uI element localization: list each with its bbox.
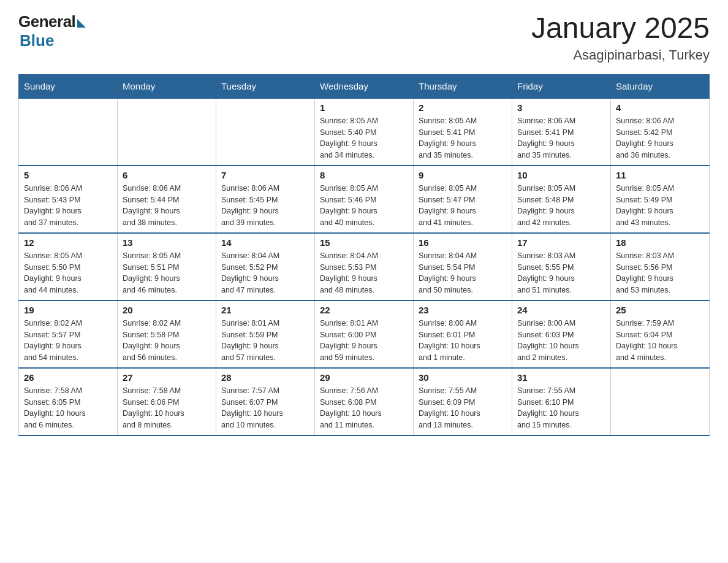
calendar-week-row: 12Sunrise: 8:05 AMSunset: 5:50 PMDayligh… xyxy=(19,233,710,301)
calendar-week-row: 1Sunrise: 8:05 AMSunset: 5:40 PMDaylight… xyxy=(19,98,710,166)
day-info: Sunrise: 8:00 AMSunset: 6:03 PMDaylight:… xyxy=(517,318,605,364)
weekday-header-sunday: Sunday xyxy=(19,74,118,98)
day-number: 12 xyxy=(24,237,112,248)
day-number: 10 xyxy=(517,170,605,180)
day-info: Sunrise: 7:55 AMSunset: 6:10 PMDaylight:… xyxy=(517,385,605,431)
calendar-cell: 27Sunrise: 7:58 AMSunset: 6:06 PMDayligh… xyxy=(118,368,216,435)
day-info: Sunrise: 8:05 AMSunset: 5:50 PMDaylight:… xyxy=(24,250,112,296)
day-info: Sunrise: 8:06 AMSunset: 5:42 PMDaylight:… xyxy=(616,115,704,161)
day-info: Sunrise: 8:06 AMSunset: 5:43 PMDaylight:… xyxy=(24,183,112,229)
day-info: Sunrise: 8:04 AMSunset: 5:53 PMDaylight:… xyxy=(320,250,408,296)
day-number: 20 xyxy=(123,305,211,315)
day-number: 18 xyxy=(616,237,704,248)
calendar-cell: 23Sunrise: 8:00 AMSunset: 6:01 PMDayligh… xyxy=(414,301,512,368)
day-number: 16 xyxy=(419,237,507,248)
day-info: Sunrise: 8:04 AMSunset: 5:52 PMDaylight:… xyxy=(221,250,309,296)
calendar-cell: 13Sunrise: 8:05 AMSunset: 5:51 PMDayligh… xyxy=(118,233,216,301)
title-area: January 2025 Asagipinarbasi, Turkey xyxy=(531,12,710,63)
day-number: 6 xyxy=(123,170,211,180)
day-info: Sunrise: 8:05 AMSunset: 5:46 PMDaylight:… xyxy=(320,183,408,229)
day-number: 31 xyxy=(517,372,605,383)
weekday-header-monday: Monday xyxy=(118,74,216,98)
calendar-cell: 21Sunrise: 8:01 AMSunset: 5:59 PMDayligh… xyxy=(216,301,315,368)
logo-general-text: General xyxy=(18,12,75,31)
day-number: 24 xyxy=(517,305,605,315)
logo-triangle-icon xyxy=(77,19,86,28)
day-info: Sunrise: 8:06 AMSunset: 5:41 PMDaylight:… xyxy=(517,115,605,161)
day-info: Sunrise: 7:59 AMSunset: 6:04 PMDaylight:… xyxy=(616,318,704,364)
day-info: Sunrise: 8:05 AMSunset: 5:48 PMDaylight:… xyxy=(517,183,605,229)
day-number: 21 xyxy=(221,305,309,315)
calendar-cell: 24Sunrise: 8:00 AMSunset: 6:03 PMDayligh… xyxy=(512,301,611,368)
calendar-cell xyxy=(19,98,118,166)
calendar-cell: 25Sunrise: 7:59 AMSunset: 6:04 PMDayligh… xyxy=(611,301,710,368)
calendar-cell: 6Sunrise: 8:06 AMSunset: 5:44 PMDaylight… xyxy=(118,166,216,233)
calendar-cell: 15Sunrise: 8:04 AMSunset: 5:53 PMDayligh… xyxy=(315,233,414,301)
month-title: January 2025 xyxy=(531,12,710,45)
calendar-cell: 4Sunrise: 8:06 AMSunset: 5:42 PMDaylight… xyxy=(611,98,710,166)
day-info: Sunrise: 8:04 AMSunset: 5:54 PMDaylight:… xyxy=(419,250,507,296)
calendar-cell: 8Sunrise: 8:05 AMSunset: 5:46 PMDaylight… xyxy=(315,166,414,233)
calendar-header-row: SundayMondayTuesdayWednesdayThursdayFrid… xyxy=(19,74,710,98)
day-info: Sunrise: 8:06 AMSunset: 5:44 PMDaylight:… xyxy=(123,183,211,229)
day-info: Sunrise: 8:02 AMSunset: 5:58 PMDaylight:… xyxy=(123,318,211,364)
calendar-cell: 31Sunrise: 7:55 AMSunset: 6:10 PMDayligh… xyxy=(512,368,611,435)
calendar-cell: 11Sunrise: 8:05 AMSunset: 5:49 PMDayligh… xyxy=(611,166,710,233)
day-number: 28 xyxy=(221,372,309,383)
calendar-cell: 3Sunrise: 8:06 AMSunset: 5:41 PMDaylight… xyxy=(512,98,611,166)
calendar-cell: 5Sunrise: 8:06 AMSunset: 5:43 PMDaylight… xyxy=(19,166,118,233)
day-number: 14 xyxy=(221,237,309,248)
day-number: 19 xyxy=(24,305,112,315)
day-info: Sunrise: 8:05 AMSunset: 5:47 PMDaylight:… xyxy=(419,183,507,229)
page-header: General Blue January 2025 Asagipinarbasi… xyxy=(18,12,710,63)
calendar-cell: 20Sunrise: 8:02 AMSunset: 5:58 PMDayligh… xyxy=(118,301,216,368)
day-number: 23 xyxy=(419,305,507,315)
calendar-cell: 26Sunrise: 7:58 AMSunset: 6:05 PMDayligh… xyxy=(19,368,118,435)
weekday-header-tuesday: Tuesday xyxy=(216,74,315,98)
calendar-cell: 14Sunrise: 8:04 AMSunset: 5:52 PMDayligh… xyxy=(216,233,315,301)
day-info: Sunrise: 8:03 AMSunset: 5:55 PMDaylight:… xyxy=(517,250,605,296)
calendar-cell: 22Sunrise: 8:01 AMSunset: 6:00 PMDayligh… xyxy=(315,301,414,368)
day-number: 29 xyxy=(320,372,408,383)
day-number: 15 xyxy=(320,237,408,248)
day-number: 8 xyxy=(320,170,408,180)
calendar-cell xyxy=(611,368,710,435)
calendar-cell: 10Sunrise: 8:05 AMSunset: 5:48 PMDayligh… xyxy=(512,166,611,233)
day-info: Sunrise: 7:58 AMSunset: 6:05 PMDaylight:… xyxy=(24,385,112,431)
day-info: Sunrise: 7:57 AMSunset: 6:07 PMDaylight:… xyxy=(221,385,309,431)
calendar-cell: 28Sunrise: 7:57 AMSunset: 6:07 PMDayligh… xyxy=(216,368,315,435)
day-info: Sunrise: 8:01 AMSunset: 6:00 PMDaylight:… xyxy=(320,318,408,364)
day-info: Sunrise: 8:00 AMSunset: 6:01 PMDaylight:… xyxy=(419,318,507,364)
day-number: 3 xyxy=(517,102,605,113)
calendar-cell: 30Sunrise: 7:55 AMSunset: 6:09 PMDayligh… xyxy=(414,368,512,435)
day-number: 5 xyxy=(24,170,112,180)
day-number: 2 xyxy=(419,102,507,113)
calendar-week-row: 26Sunrise: 7:58 AMSunset: 6:05 PMDayligh… xyxy=(19,368,710,435)
day-info: Sunrise: 7:58 AMSunset: 6:06 PMDaylight:… xyxy=(123,385,211,431)
day-info: Sunrise: 8:05 AMSunset: 5:49 PMDaylight:… xyxy=(616,183,704,229)
calendar-cell: 7Sunrise: 8:06 AMSunset: 5:45 PMDaylight… xyxy=(216,166,315,233)
day-info: Sunrise: 8:01 AMSunset: 5:59 PMDaylight:… xyxy=(221,318,309,364)
weekday-header-friday: Friday xyxy=(512,74,611,98)
calendar-cell: 12Sunrise: 8:05 AMSunset: 5:50 PMDayligh… xyxy=(19,233,118,301)
day-info: Sunrise: 7:56 AMSunset: 6:08 PMDaylight:… xyxy=(320,385,408,431)
calendar-cell: 16Sunrise: 8:04 AMSunset: 5:54 PMDayligh… xyxy=(414,233,512,301)
day-number: 30 xyxy=(419,372,507,383)
calendar-cell: 19Sunrise: 8:02 AMSunset: 5:57 PMDayligh… xyxy=(19,301,118,368)
weekday-header-wednesday: Wednesday xyxy=(315,74,414,98)
day-number: 27 xyxy=(123,372,211,383)
day-info: Sunrise: 7:55 AMSunset: 6:09 PMDaylight:… xyxy=(419,385,507,431)
day-number: 1 xyxy=(320,102,408,113)
day-info: Sunrise: 8:05 AMSunset: 5:41 PMDaylight:… xyxy=(419,115,507,161)
day-number: 25 xyxy=(616,305,704,315)
calendar-cell: 29Sunrise: 7:56 AMSunset: 6:08 PMDayligh… xyxy=(315,368,414,435)
day-info: Sunrise: 8:06 AMSunset: 5:45 PMDaylight:… xyxy=(221,183,309,229)
calendar-week-row: 5Sunrise: 8:06 AMSunset: 5:43 PMDaylight… xyxy=(19,166,710,233)
calendar-table: SundayMondayTuesdayWednesdayThursdayFrid… xyxy=(18,74,710,436)
calendar-cell: 17Sunrise: 8:03 AMSunset: 5:55 PMDayligh… xyxy=(512,233,611,301)
calendar-week-row: 19Sunrise: 8:02 AMSunset: 5:57 PMDayligh… xyxy=(19,301,710,368)
day-number: 22 xyxy=(320,305,408,315)
day-number: 7 xyxy=(221,170,309,180)
day-number: 17 xyxy=(517,237,605,248)
logo: General Blue xyxy=(18,12,86,50)
